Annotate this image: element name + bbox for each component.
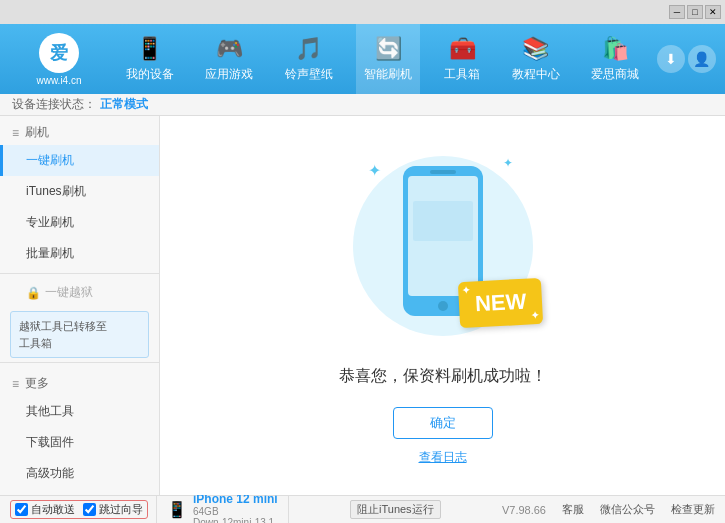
jailbreak-notice: 越狱工具已转移至工具箱 (10, 311, 149, 358)
svg-rect-3 (430, 170, 456, 174)
illustration: ✦ ✦ NEW (343, 146, 543, 346)
sidebar: ≡ 刷机 一键刷机 iTunes刷机 专业刷机 批量刷机 🔒 一键越狱 越狱工具… (0, 116, 160, 495)
close-btn[interactable]: ✕ (705, 5, 721, 19)
tutorial-icon: 📚 (522, 36, 549, 62)
logo-url: www.i4.cn (36, 75, 81, 86)
toolbox-icon: 🧰 (449, 36, 476, 62)
nav-app-games[interactable]: 🎮 应用游戏 (197, 24, 261, 94)
nav-toolbox-label: 工具箱 (444, 66, 480, 83)
header-actions: ⬇ 👤 (655, 45, 725, 73)
maximize-btn[interactable]: □ (687, 5, 703, 19)
sidebar-item-other-tools[interactable]: 其他工具 (0, 396, 159, 427)
auto-start-input[interactable] (15, 503, 28, 516)
nav-ringtone-label: 铃声壁纸 (285, 66, 333, 83)
logo-area: 爱 www.i4.cn (0, 33, 110, 86)
jailbreak-notice-text: 越狱工具已转移至工具箱 (19, 320, 107, 349)
nav-toolbox[interactable]: 🧰 工具箱 (436, 24, 488, 94)
bottom-center: 阻止iTunes运行 (289, 500, 502, 519)
nav-store[interactable]: 🛍️ 爱思商城 (583, 24, 647, 94)
app-games-icon: 🎮 (216, 36, 243, 62)
auto-start-checkbox[interactable]: 自动敢送 (15, 502, 75, 517)
nav-tutorial[interactable]: 📚 教程中心 (504, 24, 568, 94)
nav-store-label: 爱思商城 (591, 66, 639, 83)
device-storage: 64GB (193, 506, 278, 517)
sidebar-flash-label: 刷机 (25, 124, 49, 141)
secondary-link[interactable]: 查看日志 (419, 449, 467, 466)
locked-label: 一键越狱 (45, 284, 93, 301)
main-container: ≡ 刷机 一键刷机 iTunes刷机 专业刷机 批量刷机 🔒 一键越狱 越狱工具… (0, 116, 725, 495)
skip-wizard-checkbox[interactable]: 跳过向导 (83, 502, 143, 517)
stop-itunes-btn[interactable]: 阻止iTunes运行 (350, 500, 441, 519)
lock-icon: 🔒 (26, 286, 41, 300)
other-tools-label: 其他工具 (26, 404, 74, 418)
pro-flash-label: 专业刷机 (26, 215, 74, 229)
nav-smart-flash[interactable]: 🔄 智能刷机 (356, 24, 420, 94)
status-label: 设备连接状态： (12, 96, 96, 113)
sidebar-more-label: 更多 (25, 375, 49, 392)
smart-flash-icon: 🔄 (375, 36, 402, 62)
sidebar-item-download-firmware[interactable]: 下载固件 (0, 427, 159, 458)
nav-my-device-label: 我的设备 (126, 66, 174, 83)
one-click-flash-label: 一键刷机 (26, 153, 74, 167)
sidebar-more-header: ≡ 更多 (0, 367, 159, 396)
device-details: iPhone 12 mini 64GB Down-12mini-13,1 (193, 492, 278, 524)
status-value: 正常模式 (100, 96, 148, 113)
sidebar-item-itunes-flash[interactable]: iTunes刷机 (0, 176, 159, 207)
nav-ringtone[interactable]: 🎵 铃声壁纸 (277, 24, 341, 94)
title-bar: ─ □ ✕ (0, 0, 725, 24)
checkbox-group: 自动敢送 跳过向导 (10, 500, 148, 519)
download-btn[interactable]: ⬇ (657, 45, 685, 73)
sidebar-item-batch-flash[interactable]: 批量刷机 (0, 238, 159, 269)
user-btn[interactable]: 👤 (688, 45, 716, 73)
wechat-official-link[interactable]: 微信公众号 (600, 502, 655, 517)
more-section-icon: ≡ (12, 377, 19, 391)
device-phone-icon: 📱 (167, 500, 187, 519)
device-info-area: 📱 iPhone 12 mini 64GB Down-12mini-13,1 (156, 496, 289, 523)
new-badge: NEW (458, 277, 544, 327)
skip-wizard-input[interactable] (83, 503, 96, 516)
nav-smart-flash-label: 智能刷机 (364, 66, 412, 83)
minimize-btn[interactable]: ─ (669, 5, 685, 19)
auto-start-label: 自动敢送 (31, 502, 75, 517)
header: 爱 www.i4.cn 📱 我的设备 🎮 应用游戏 🎵 铃声壁纸 🔄 智能刷机 … (0, 24, 725, 94)
svg-point-2 (438, 301, 448, 311)
sparkle-top-right: ✦ (503, 156, 513, 170)
nav-app-games-label: 应用游戏 (205, 66, 253, 83)
nav-my-device[interactable]: 📱 我的设备 (118, 24, 182, 94)
sidebar-flash-header: ≡ 刷机 (0, 116, 159, 145)
status-bar: 设备连接状态： 正常模式 (0, 94, 725, 116)
batch-flash-label: 批量刷机 (26, 246, 74, 260)
sidebar-item-advanced[interactable]: 高级功能 (0, 458, 159, 489)
sidebar-divider-1 (0, 273, 159, 274)
bottom-right: V7.98.66 客服 微信公众号 检查更新 (502, 502, 715, 517)
logo-icon: 爱 (39, 33, 79, 73)
sparkle-top-left: ✦ (368, 161, 381, 180)
confirm-button[interactable]: 确定 (393, 407, 493, 439)
sidebar-item-pro-flash[interactable]: 专业刷机 (0, 207, 159, 238)
download-firmware-label: 下载固件 (26, 435, 74, 449)
sidebar-item-one-click-flash[interactable]: 一键刷机 (0, 145, 159, 176)
sidebar-divider-2 (0, 362, 159, 363)
check-update-link[interactable]: 检查更新 (671, 502, 715, 517)
nav-items: 📱 我的设备 🎮 应用游戏 🎵 铃声壁纸 🔄 智能刷机 🧰 工具箱 📚 教程中心… (110, 24, 655, 94)
ringtone-icon: 🎵 (295, 36, 322, 62)
nav-tutorial-label: 教程中心 (512, 66, 560, 83)
bottom-bar: 自动敢送 跳过向导 📱 iPhone 12 mini 64GB Down-12m… (0, 495, 725, 523)
skip-wizard-label: 跳过向导 (99, 502, 143, 517)
advanced-label: 高级功能 (26, 466, 74, 480)
customer-service-link[interactable]: 客服 (562, 502, 584, 517)
device-firmware: Down-12mini-13,1 (193, 517, 278, 524)
svg-rect-4 (413, 201, 473, 241)
itunes-flash-label: iTunes刷机 (26, 184, 86, 198)
store-icon: 🛍️ (602, 36, 629, 62)
my-device-icon: 📱 (136, 36, 163, 62)
sidebar-locked-item: 🔒 一键越狱 (0, 278, 159, 307)
flash-section-icon: ≡ (12, 126, 19, 140)
success-text: 恭喜您，保资料刷机成功啦！ (339, 366, 547, 387)
content-area: ✦ ✦ NEW 恭喜您，保资料刷机成功啦！ 确定 查看日志 (160, 116, 725, 495)
version-text: V7.98.66 (502, 504, 546, 516)
